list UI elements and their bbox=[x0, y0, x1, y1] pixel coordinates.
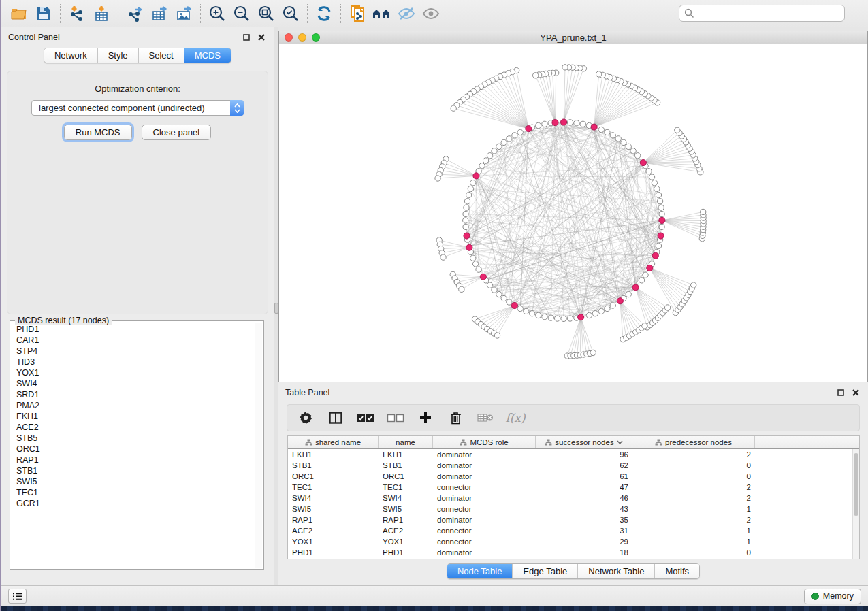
show-graphics-details-button[interactable] bbox=[419, 3, 443, 24]
save-session-button[interactable] bbox=[31, 3, 56, 24]
search-input[interactable] bbox=[698, 8, 839, 18]
scrollbar-thumb[interactable] bbox=[854, 453, 858, 516]
result-list-item[interactable]: GCR1 bbox=[12, 498, 255, 509]
delete-table-button[interactable] bbox=[474, 407, 497, 429]
table-scrollbar[interactable] bbox=[852, 449, 859, 559]
search-box[interactable] bbox=[679, 5, 845, 22]
result-list-item[interactable]: STB5 bbox=[12, 433, 255, 444]
open-file-button[interactable] bbox=[7, 3, 31, 24]
table-row[interactable]: SWI5SWI5connector431 bbox=[288, 503, 859, 514]
result-list-item[interactable]: TEC1 bbox=[12, 487, 255, 498]
mcds-result-groupbox: MCDS result (17 nodes) PHD1CAR1STP4TID3Y… bbox=[10, 320, 264, 570]
graph-hub-node[interactable] bbox=[659, 217, 665, 223]
toggle-table-columns-button[interactable] bbox=[324, 407, 347, 429]
function-builder-button[interactable]: f(x) bbox=[504, 407, 527, 429]
delete-column-button[interactable] bbox=[444, 407, 467, 429]
add-column-button[interactable] bbox=[414, 407, 437, 429]
tab-motifs[interactable]: Motifs bbox=[655, 564, 699, 578]
column-header-name[interactable]: name bbox=[379, 436, 433, 448]
table-row[interactable]: ORC1ORC1dominator610 bbox=[288, 471, 859, 482]
close-panel-button-mcds[interactable]: Close panel bbox=[142, 125, 212, 140]
column-header-shared-name[interactable]: shared name bbox=[288, 436, 379, 448]
zoom-fit-button[interactable] bbox=[254, 3, 278, 24]
select-all-checks-button[interactable] bbox=[354, 407, 377, 429]
zoom-in-button[interactable] bbox=[205, 3, 229, 24]
deselect-all-checks-button[interactable] bbox=[384, 407, 407, 429]
result-list-item[interactable]: STB1 bbox=[12, 465, 255, 476]
graph-hub-node[interactable] bbox=[591, 124, 597, 130]
import-network-button[interactable] bbox=[65, 3, 89, 24]
result-list-scrollbar[interactable] bbox=[255, 323, 262, 568]
table-row[interactable]: PHD1PHD1dominator180 bbox=[288, 547, 859, 558]
result-list-item[interactable]: STP4 bbox=[12, 346, 255, 357]
export-network-button[interactable] bbox=[123, 3, 147, 24]
result-list-item[interactable]: YOX1 bbox=[12, 367, 255, 378]
result-list-item[interactable]: PHD1 bbox=[12, 324, 255, 335]
result-list-item[interactable]: RAP1 bbox=[12, 455, 255, 465]
refresh-layout-button[interactable] bbox=[312, 3, 336, 24]
graph-hub-node[interactable] bbox=[617, 298, 623, 304]
hide-selected-button[interactable] bbox=[394, 3, 419, 24]
close-panel-button[interactable] bbox=[256, 32, 267, 43]
tab-style[interactable]: Style bbox=[98, 48, 139, 63]
result-list-item[interactable]: PMA2 bbox=[12, 400, 255, 411]
tab-mcds[interactable]: MCDS bbox=[184, 48, 231, 63]
tab-edge-table[interactable]: Edge Table bbox=[513, 564, 578, 578]
column-header-predecessor-nodes[interactable]: predecessor nodes bbox=[632, 436, 755, 448]
result-list-item[interactable]: ACE2 bbox=[12, 422, 255, 433]
show-task-history-button[interactable] bbox=[8, 589, 27, 604]
table-row[interactable]: YOX1YOX1connector291 bbox=[288, 536, 859, 547]
mcds-result-list[interactable]: PHD1CAR1STP4TID3YOX1SWI4SRD1PMA2FKH1ACE2… bbox=[12, 324, 255, 568]
graph-hub-node[interactable] bbox=[560, 119, 566, 125]
table-row[interactable]: STB1STB1dominator620 bbox=[288, 460, 859, 471]
zoom-selected-button[interactable] bbox=[278, 3, 303, 24]
column-header-successor-nodes[interactable]: successor nodes bbox=[536, 436, 632, 448]
float-table-panel-button[interactable] bbox=[835, 387, 846, 398]
tab-network[interactable]: Network bbox=[44, 48, 98, 63]
export-image-button[interactable] bbox=[172, 3, 196, 24]
panel-split-divider[interactable] bbox=[274, 27, 278, 585]
table-row[interactable]: FKH1FKH1dominator962 bbox=[288, 449, 859, 460]
column-header-MCDS-role[interactable]: MCDS role bbox=[433, 436, 536, 448]
result-list-item[interactable]: SWI5 bbox=[12, 476, 255, 487]
table-row[interactable]: RAP1RAP1dominator352 bbox=[288, 514, 859, 525]
cell-MCDS-role: dominator bbox=[433, 471, 536, 482]
table-settings-button[interactable] bbox=[294, 407, 317, 429]
table-row[interactable]: TEC1TEC1connector472 bbox=[288, 482, 859, 493]
tab-select[interactable]: Select bbox=[139, 48, 184, 63]
tab-network-table[interactable]: Network Table bbox=[578, 564, 655, 578]
graph-hub-node[interactable] bbox=[511, 302, 517, 308]
graph-hub-node[interactable] bbox=[552, 120, 558, 126]
graph-hub-node[interactable] bbox=[480, 274, 486, 280]
result-list-item[interactable]: SRD1 bbox=[12, 389, 255, 400]
result-list-item[interactable]: TID3 bbox=[12, 357, 255, 367]
result-list-item[interactable]: FKH1 bbox=[12, 411, 255, 422]
run-mcds-button[interactable]: Run MCDS bbox=[64, 125, 132, 140]
graph-hub-node[interactable] bbox=[652, 252, 658, 259]
criterion-select[interactable]: largest connected component (undirected) bbox=[31, 100, 244, 116]
export-table-button[interactable] bbox=[147, 3, 172, 24]
result-list-item[interactable]: SWI4 bbox=[12, 378, 255, 389]
first-neighbors-button[interactable] bbox=[370, 3, 394, 24]
network-canvas[interactable] bbox=[279, 44, 867, 382]
graph-hub-node[interactable] bbox=[647, 265, 653, 271]
zoom-out-button[interactable] bbox=[229, 3, 254, 24]
float-panel-button[interactable] bbox=[241, 32, 252, 43]
copy-network-button[interactable] bbox=[345, 3, 370, 24]
close-table-panel-button[interactable] bbox=[850, 387, 861, 398]
table-row[interactable]: ACE2ACE2connector311 bbox=[288, 525, 859, 536]
graph-hub-node[interactable] bbox=[632, 284, 639, 291]
graph-hub-node[interactable] bbox=[526, 126, 532, 132]
tab-node-table[interactable]: Node Table bbox=[447, 564, 513, 578]
graph-hub-node[interactable] bbox=[578, 314, 584, 320]
graph-hub-node[interactable] bbox=[640, 159, 646, 165]
graph-hub-node[interactable] bbox=[658, 233, 664, 239]
memory-status-button[interactable]: Memory bbox=[804, 589, 861, 604]
graph-hub-node[interactable] bbox=[466, 244, 472, 250]
graph-hub-node[interactable] bbox=[473, 173, 479, 179]
result-list-item[interactable]: CAR1 bbox=[12, 335, 255, 346]
result-list-item[interactable]: ORC1 bbox=[12, 444, 255, 455]
table-row[interactable]: SWI4SWI4dominator462 bbox=[288, 493, 859, 503]
graph-hub-node[interactable] bbox=[464, 233, 470, 239]
import-table-button[interactable] bbox=[89, 3, 114, 24]
